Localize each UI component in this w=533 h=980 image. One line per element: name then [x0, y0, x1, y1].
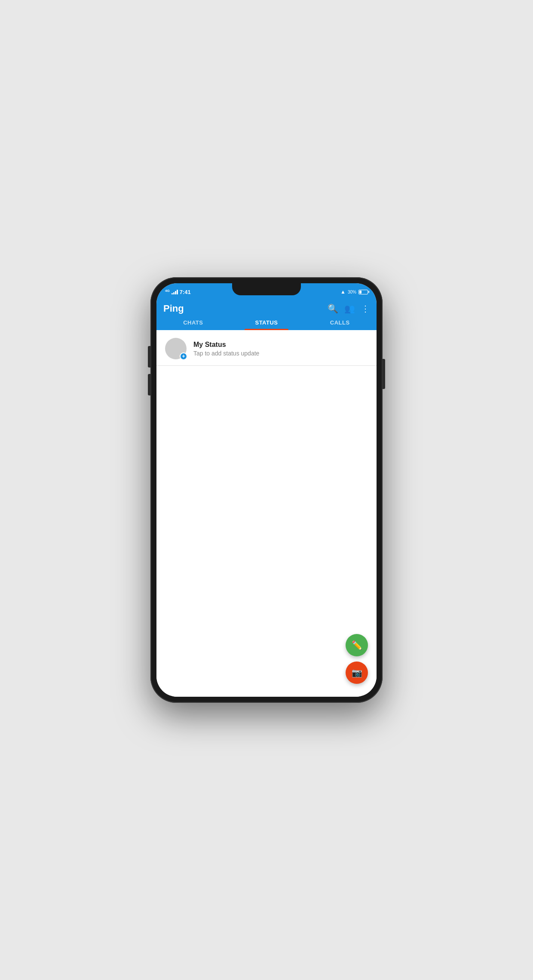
- more-options-icon[interactable]: ⋮: [361, 303, 370, 314]
- battery-percent: 30%: [348, 290, 356, 294]
- app-title: Ping: [163, 303, 184, 314]
- search-icon[interactable]: 🔍: [328, 303, 338, 314]
- fab-container: ✏️ 📷: [346, 634, 368, 684]
- status-add-icon: +: [180, 352, 187, 360]
- my-status-row[interactable]: + My Status Tap to add status update: [156, 330, 377, 366]
- fab-camera-button[interactable]: 📷: [346, 662, 368, 684]
- tabs-bar: CHATS STATUS CALLS: [156, 314, 377, 330]
- header-icons: 🔍 👥 ⋮: [328, 303, 370, 314]
- status-left: 4G 7:41: [165, 289, 191, 295]
- content-area: + My Status Tap to add status update ✏️ …: [156, 330, 377, 697]
- power-button: [383, 359, 385, 389]
- add-contact-icon[interactable]: 👥: [344, 303, 355, 314]
- app-header: Ping 🔍 👥 ⋮: [156, 299, 377, 314]
- tab-status[interactable]: STATUS: [230, 314, 303, 330]
- tab-calls[interactable]: CALLS: [303, 314, 377, 330]
- camera-icon: 📷: [352, 668, 362, 678]
- status-right: ▲ 30%: [340, 289, 368, 295]
- edit-icon: ✏️: [352, 640, 362, 650]
- status-time: 7:41: [180, 289, 191, 295]
- fab-edit-button[interactable]: ✏️: [346, 634, 368, 656]
- tab-chats[interactable]: CHATS: [156, 314, 230, 330]
- signal-bars-icon: [172, 289, 178, 294]
- network-type: 4G: [165, 289, 170, 293]
- wifi-icon: ▲: [340, 289, 346, 295]
- my-status-subtitle: Tap to add status update: [193, 350, 259, 357]
- volume-down-button: [148, 374, 150, 395]
- my-status-title: My Status: [193, 341, 259, 349]
- battery-icon: [358, 290, 368, 294]
- battery-fill: [359, 291, 361, 294]
- notch: [232, 283, 301, 295]
- volume-up-button: [148, 346, 150, 368]
- status-text-area: My Status Tap to add status update: [193, 341, 259, 357]
- phone-screen: 4G 7:41 ▲ 30% Ping 🔍 👥 ⋮: [156, 283, 377, 697]
- status-avatar-wrapper: +: [165, 338, 187, 359]
- phone-frame: 4G 7:41 ▲ 30% Ping 🔍 👥 ⋮: [150, 277, 383, 703]
